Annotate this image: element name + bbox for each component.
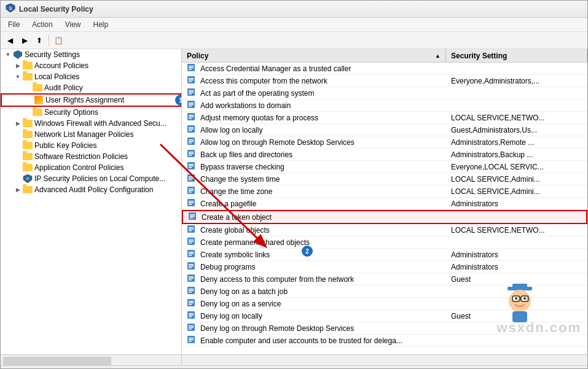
svg-rect-68 <box>189 255 192 256</box>
sidebar-label-audit-policy: Audit Policy <box>44 84 83 92</box>
list-row[interactable]: Create permanent shared objects <box>182 236 587 249</box>
svg-rect-52 <box>189 204 192 205</box>
sidebar-item-local-policies[interactable]: ▼ Local Policies <box>1 71 181 82</box>
svg-rect-96 <box>189 341 192 342</box>
list-row[interactable]: Debug programsAdministrators <box>182 261 587 273</box>
list-row[interactable]: Deny log on locallyGuest <box>182 310 587 322</box>
list-row[interactable]: Add workstations to domain <box>182 99 587 112</box>
svg-rect-72 <box>189 267 192 268</box>
toolbar: ◀ ▶ ⬆ 📋 <box>1 32 587 49</box>
column-security[interactable]: Security Setting <box>446 49 587 62</box>
list-row-icon <box>187 286 195 297</box>
svg-rect-16 <box>189 93 192 95</box>
list-row-icon <box>187 174 195 184</box>
svg-rect-62 <box>189 239 194 241</box>
list-cell-policy-label: Adjust memory quotas for a process <box>200 114 318 122</box>
list-row[interactable]: Access this computer from the networkEve… <box>182 75 587 87</box>
sidebar-horizontal-scrollbar[interactable] <box>1 355 182 365</box>
list-row[interactable]: Adjust memory quotas for a processLOCAL … <box>182 112 587 124</box>
list-row[interactable]: Deny log on as a service <box>182 298 587 310</box>
svg-rect-80 <box>189 292 192 293</box>
sidebar-label-advanced-audit: Advanced Audit Policy Configuration <box>34 185 153 194</box>
menu-action[interactable]: Action <box>27 19 57 30</box>
list-cell-security: Guest <box>446 274 587 284</box>
column-policy[interactable]: Policy ▲ <box>182 49 446 62</box>
list-row[interactable]: Deny access to this computer from the ne… <box>182 273 587 285</box>
svg-rect-39 <box>189 166 194 167</box>
sidebar-item-user-rights[interactable]: User Rights Assignment <box>1 93 181 107</box>
expander-advanced-audit: ▶ <box>13 187 23 193</box>
list-row[interactable]: Back up files and directoriesAdministrat… <box>182 149 587 161</box>
svg-rect-94 <box>189 338 194 339</box>
list-row[interactable]: Act as part of the operating system <box>182 87 587 99</box>
sidebar-item-app-control[interactable]: Application Control Policies <box>1 162 181 173</box>
sidebar-item-advanced-audit[interactable]: ▶ Advanced Audit Policy Configuration <box>1 184 181 195</box>
list-row[interactable]: Access Credential Manager as a trusted c… <box>182 63 587 75</box>
menu-help[interactable]: Help <box>88 19 114 30</box>
content-horizontal-scrollbar[interactable] <box>182 355 587 365</box>
list-cell-policy-label: Deny access to this computer from the ne… <box>200 275 354 284</box>
svg-rect-26 <box>189 127 194 128</box>
svg-rect-22 <box>189 115 194 116</box>
svg-rect-90 <box>189 325 194 327</box>
sidebar-item-network-list[interactable]: Network List Manager Policies <box>1 129 181 140</box>
list-row[interactable]: Create a token object <box>182 210 587 224</box>
sidebar-item-public-key[interactable]: Public Key Policies <box>1 140 181 151</box>
sidebar-item-security-options[interactable]: Security Options <box>1 107 181 118</box>
list-row[interactable]: Allow log on through Remote Desktop Serv… <box>182 136 587 149</box>
sidebar-label-public-key: Public Key Policies <box>34 141 96 150</box>
list-cell-security: LOCAL SERVICE,Admini... <box>446 187 587 196</box>
sidebar[interactable]: ▼ Security Settings ▶ Account Policies ▼ <box>1 49 182 354</box>
svg-rect-95 <box>189 340 194 341</box>
list-row[interactable]: Change the time zoneLOCAL SERVICE,Admini… <box>182 185 587 198</box>
list-row-icon <box>187 137 195 147</box>
menu-view[interactable]: View <box>60 19 86 30</box>
sidebar-item-audit-policy[interactable]: Audit Policy <box>1 82 181 93</box>
list-row[interactable]: Create a pagefileAdministrators <box>182 198 587 210</box>
list-row[interactable]: Enable computer and user accounts to be … <box>182 335 587 347</box>
list-row[interactable]: Deny log on as a batch job <box>182 285 587 298</box>
sidebar-label-app-control: Application Control Policies <box>34 163 123 172</box>
list-row-icon <box>187 100 195 111</box>
list-row-icon <box>187 149 195 160</box>
sidebar-item-windows-firewall[interactable]: ▶ Windows Firewall with Advanced Secu... <box>1 118 181 129</box>
list-row[interactable]: Change the system timeLOCAL SERVICE,Admi… <box>182 173 587 185</box>
toolbar-up[interactable]: ⬆ <box>33 34 46 47</box>
list-cell-security: Everyone,Administrators,... <box>446 76 587 86</box>
list-cell-policy-label: Back up files and directories <box>200 150 292 159</box>
svg-marker-2 <box>14 50 22 59</box>
toolbar-forward[interactable]: ▶ <box>18 34 31 47</box>
toolbar-back[interactable]: ◀ <box>3 34 17 47</box>
list-cell-policy-label: Add workstations to domain <box>200 101 291 110</box>
list-row-icon <box>187 88 195 98</box>
list-row[interactable]: Create global objectsLOCAL SERVICE,NETWO… <box>182 224 587 236</box>
list-row[interactable]: Allow log on locallyGuest,Administrators… <box>182 124 587 136</box>
menu-bar: File Action View Help <box>1 18 587 32</box>
sidebar-item-security-settings[interactable]: ▼ Security Settings <box>1 49 181 60</box>
list-row[interactable]: Create symbolic linksAdministrators <box>182 249 587 261</box>
toolbar-show-hide[interactable]: 📋 <box>52 34 65 47</box>
list-cell-security <box>446 105 587 106</box>
list-cell-policy: Act as part of the operating system <box>182 87 446 99</box>
svg-rect-70 <box>189 264 194 265</box>
menu-file[interactable]: File <box>3 19 25 30</box>
list-cell-policy-label: Enable computer and user accounts to be … <box>200 336 402 345</box>
svg-rect-14 <box>189 90 194 91</box>
svg-rect-60 <box>189 230 192 231</box>
sidebar-item-software-restriction[interactable]: Software Restriction Policies <box>1 151 181 162</box>
list-row[interactable]: Deny log on through Remote Desktop Servi… <box>182 322 587 335</box>
svg-rect-75 <box>189 278 194 279</box>
list-cell-security: LOCAL SERVICE,NETWO... <box>446 113 587 123</box>
svg-rect-10 <box>189 78 194 79</box>
sidebar-label-local-policies: Local Policies <box>34 72 79 81</box>
list-cell-security <box>446 328 587 329</box>
list-row[interactable]: Bypass traverse checkingEveryone,LOCAL S… <box>182 161 587 173</box>
sidebar-label-account-policies: Account Policies <box>34 61 88 70</box>
sidebar-item-account-policies[interactable]: ▶ Account Policies <box>1 60 181 71</box>
list-cell-policy-label: Bypass traverse checking <box>200 163 284 171</box>
svg-rect-84 <box>189 304 192 305</box>
sidebar-item-ip-security[interactable]: IP IP Security Policies on Local Compute… <box>1 173 181 184</box>
svg-rect-83 <box>189 303 194 304</box>
list-cell-security <box>446 303 587 305</box>
svg-rect-79 <box>189 290 194 292</box>
